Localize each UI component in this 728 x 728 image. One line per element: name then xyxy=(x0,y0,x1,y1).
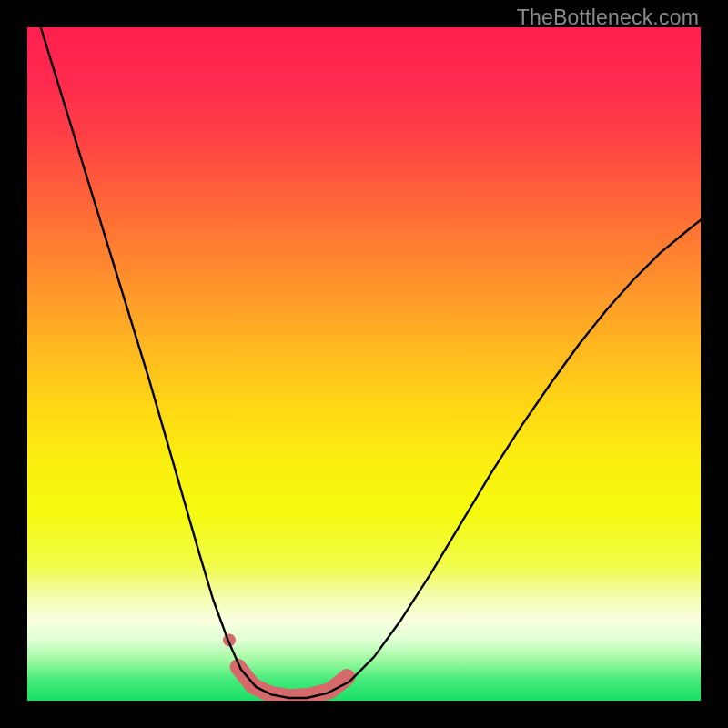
plot-area xyxy=(27,27,701,701)
chart-frame: TheBottleneck.com xyxy=(0,0,728,728)
attribution-watermark: TheBottleneck.com xyxy=(517,5,699,30)
chart-svg xyxy=(27,27,701,701)
gradient-background xyxy=(27,27,701,701)
